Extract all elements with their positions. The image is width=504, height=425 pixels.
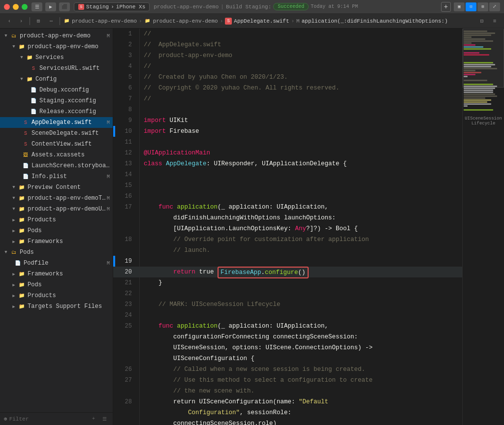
sidebar-item-pods-group[interactable]: ▶ 📁 Pods bbox=[0, 225, 113, 236]
sidebar-item-appdelegate[interactable]: S AppDelegate.swift M bbox=[0, 117, 113, 128]
sidebar-item-project-group[interactable]: ▼ 📁 product-app-env-demo bbox=[0, 41, 113, 52]
sidebar-label: Info.plist bbox=[32, 173, 107, 180]
breadcrumb-method[interactable]: application(_:didFinishLaunchingWithOpti… bbox=[302, 18, 448, 24]
sidebar-item-release-xcconfig[interactable]: 📄 Release.xcconfig bbox=[0, 106, 113, 117]
sidebar-item-pods-frameworks[interactable]: ▶ 📁 Frameworks bbox=[0, 269, 113, 279]
file-icon: 📄 bbox=[14, 259, 22, 267]
line-2: 2 bbox=[113, 39, 139, 50]
layout-single-button[interactable]: ▣ bbox=[454, 2, 465, 11]
nav-back-button[interactable]: ‹ bbox=[4, 16, 15, 27]
code-line-6: // Copyright © 2020 yuhao Chen. All righ… bbox=[140, 83, 462, 93]
layout-split-button[interactable]: ⊟ bbox=[466, 2, 476, 11]
sidebar-item-services-url[interactable]: S ServicesURL.swift bbox=[0, 63, 113, 74]
code-line-21: } bbox=[140, 277, 462, 288]
sidebar-item-debug-xcconfig[interactable]: 📄 Debug.xcconfig bbox=[0, 85, 113, 95]
sidebar-label: Debug.xcconfig bbox=[39, 87, 113, 93]
folder-icon-2: 📁 bbox=[144, 18, 151, 25]
line-24: 24 bbox=[113, 310, 139, 321]
layout-buttons: ▣ ⊟ ⊞ ⤢ bbox=[454, 2, 500, 11]
code-line-27: // Use this method to select a configura… bbox=[140, 375, 462, 386]
sidebar-add-button[interactable]: + bbox=[89, 415, 98, 424]
run-button[interactable]: ▶ bbox=[45, 2, 56, 11]
sidebar-badge: M bbox=[107, 207, 110, 212]
sidebar-item-pods-products[interactable]: ▶ 📁 Products bbox=[0, 290, 113, 301]
sidebar-tree[interactable]: ▼ 🗂 product-app-env-demo M ▼ 📁 product-a… bbox=[0, 29, 113, 412]
sidebar-item-staging-xcconfig[interactable]: 📄 Staging.xcconfig bbox=[0, 95, 113, 106]
line-28a bbox=[113, 407, 139, 418]
toolbar-options-button[interactable]: ⋯ bbox=[46, 16, 57, 27]
new-tab-button[interactable]: + bbox=[441, 2, 451, 12]
sidebar-item-assets[interactable]: 🖼 Assets.xcassets bbox=[0, 150, 113, 160]
code-line-3: // product-app-env-demo bbox=[140, 50, 462, 61]
sidebar-item-tests[interactable]: ▼ 📁 product-app-env-demoTests M bbox=[0, 193, 113, 204]
tree-arrow bbox=[18, 129, 22, 137]
line-num: 14 bbox=[115, 169, 136, 180]
folder-icon: 🗂 bbox=[10, 248, 18, 256]
folder-icon: 📁 bbox=[18, 194, 26, 202]
layout-inspector-button[interactable]: ⊞ bbox=[477, 2, 488, 11]
breadcrumb-file[interactable]: AppDelegate.swift bbox=[234, 18, 289, 24]
code-editor[interactable]: 1 2 3 4 5 6 7 8 9 10 11 12 13 14 15 16 1 bbox=[113, 29, 504, 425]
breadcrumb-group[interactable]: product-app-env-demo bbox=[153, 18, 218, 24]
sidebar-label: product-app-env-demoTests bbox=[28, 195, 107, 202]
code-line-18: // Override point for customization afte… bbox=[140, 234, 462, 245]
sidebar-item-preview-content[interactable]: ▼ 📁 Preview Content bbox=[0, 182, 113, 193]
sidebar-item-config[interactable]: ▼ 📁 Config bbox=[0, 74, 113, 85]
nav-arrows: ‹ › bbox=[4, 16, 27, 27]
build-timestamp: Today at 9:14 PM bbox=[311, 4, 358, 9]
sidebar-item-targets-support[interactable]: ▶ 📁 Targets Support Files bbox=[0, 301, 113, 312]
sidebar-item-frameworks-group[interactable]: ▶ 📁 Frameworks bbox=[0, 236, 113, 247]
sidebar-item-scenedelegate[interactable]: S SceneDelegate.swift bbox=[0, 128, 113, 139]
breadcrumb-project[interactable]: product-app-env-demo bbox=[72, 18, 137, 24]
code-line-17c: [UIApplication.LaunchOptionsKey: Any?]?)… bbox=[140, 223, 462, 234]
line-14: 14 bbox=[113, 169, 139, 180]
sidebar-item-info-plist[interactable]: 📄 Info.plist M bbox=[0, 171, 113, 182]
nav-forward-button[interactable]: › bbox=[16, 16, 27, 27]
code-content[interactable]: // // AppDelegate.swift // product-app-e… bbox=[140, 29, 462, 425]
code-line-18b: // launch. bbox=[140, 245, 462, 256]
swift-file-icon: S bbox=[225, 18, 232, 25]
folder-icon: 📁 bbox=[18, 216, 26, 224]
build-status-badge: Succeeded bbox=[273, 3, 309, 10]
sidebar-label: ContentView.swift bbox=[32, 141, 113, 148]
line-number-gutter: 1 2 3 4 5 6 7 8 9 10 11 12 13 14 15 16 1 bbox=[113, 29, 140, 425]
minimap: UISceneSession Lifecycle bbox=[462, 29, 504, 425]
sidebar-item-services[interactable]: ▼ 📁 Services bbox=[0, 52, 113, 63]
code-line-17b: didFinishLaunchingWithOptions launchOpti… bbox=[140, 212, 462, 223]
sidebar-item-contentview[interactable]: S ContentView.swift bbox=[0, 139, 113, 150]
line-num bbox=[115, 223, 136, 234]
maximize-button[interactable] bbox=[22, 4, 28, 10]
sidebar-item-products[interactable]: ▶ 📁 Products bbox=[0, 214, 113, 225]
line-num: 24 bbox=[115, 310, 136, 321]
close-button[interactable] bbox=[4, 4, 10, 10]
stop-button[interactable]: ⬛ bbox=[59, 2, 70, 11]
sidebar-item-ui-tests[interactable]: ▼ 📁 product-app-env-demoUITests M bbox=[0, 204, 113, 214]
sidebar-item-podfile[interactable]: 📄 Podfile M bbox=[0, 258, 113, 269]
toolbar-grid-button[interactable]: ⊞ bbox=[33, 16, 44, 27]
line-num bbox=[115, 386, 136, 396]
inspector-toggle-button[interactable]: ≡ bbox=[489, 16, 500, 27]
sidebar-item-pods-sub[interactable]: ▶ 📁 Pods bbox=[0, 279, 113, 290]
staging-tab[interactable]: S Staging › iPhone Xs bbox=[74, 2, 150, 11]
code-line-17: func application(_ application: UIApplic… bbox=[140, 202, 462, 212]
line-num: 7 bbox=[115, 93, 136, 104]
sidebar-item-root-project[interactable]: ▼ 🗂 product-app-env-demo M bbox=[0, 30, 113, 41]
sidebar-toggle-button[interactable]: ☰ bbox=[32, 2, 42, 11]
staging-label: Staging bbox=[86, 4, 109, 10]
folder-icon: 🗂 bbox=[10, 32, 18, 40]
build-separator: | bbox=[220, 4, 224, 10]
code-line-11 bbox=[140, 137, 462, 148]
sidebar-item-pods-root[interactable]: ▼ 🗂 Pods bbox=[0, 247, 113, 258]
code-line-25: func application(_ application: UIApplic… bbox=[140, 321, 462, 332]
sidebar-item-launchscreen[interactable]: 📄 LaunchScreen.storyboard bbox=[0, 160, 113, 171]
line-25a bbox=[113, 332, 139, 342]
tree-arrow bbox=[26, 97, 30, 105]
file-breadcrumb: 📁 product-app-env-demo › 📁 product-app-e… bbox=[63, 18, 474, 25]
sidebar-label: Frameworks bbox=[28, 271, 113, 277]
sidebar-label: Staging.xcconfig bbox=[39, 97, 113, 104]
layout-fullscreen-button[interactable]: ⤢ bbox=[489, 2, 500, 11]
minimize-button[interactable] bbox=[13, 4, 19, 10]
sidebar-options-button[interactable]: ☰ bbox=[100, 415, 109, 424]
minimap-toggle-button[interactable]: ⊡ bbox=[476, 16, 487, 27]
code-line-24 bbox=[140, 310, 462, 321]
